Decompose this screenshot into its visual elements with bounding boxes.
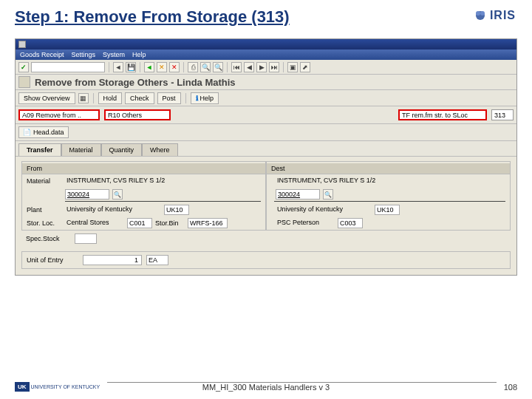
window-control-icon[interactable] bbox=[18, 41, 26, 48]
findnext-icon[interactable]: 🔍 bbox=[213, 62, 223, 72]
dest-plant-desc: University of Kentucky bbox=[276, 205, 372, 215]
iris-logo-text: IRIS bbox=[490, 9, 516, 22]
dest-column: Dest INSTRUMENT, CVS RILEY S 1/2 300024 … bbox=[266, 161, 511, 231]
movement-type-desc[interactable]: TF rem.fm str. to SLoc bbox=[398, 109, 487, 120]
back-icon[interactable]: ◄ bbox=[113, 62, 123, 72]
panel-body: From Material INSTRUMENT, CVS RILEY S 1/… bbox=[16, 157, 516, 275]
unit-label: Unit of Entry bbox=[27, 256, 78, 264]
spec-stock-input[interactable] bbox=[75, 233, 97, 244]
menu-system[interactable]: System bbox=[103, 51, 125, 58]
menu-help[interactable]: Help bbox=[132, 51, 146, 58]
search-icon[interactable]: 🔍 bbox=[112, 189, 123, 200]
transaction-subtitle: Remove from Storage Others - Linda Mathi… bbox=[35, 77, 236, 88]
doc-icon: 📄 bbox=[23, 129, 31, 136]
from-plant-code[interactable]: UK10 bbox=[164, 205, 189, 215]
last-icon[interactable]: ⏭ bbox=[269, 62, 279, 72]
menu-goods-receipt[interactable]: Goods Receipt bbox=[20, 51, 64, 58]
main-toolbar: ✓ ◄ 💾 ◄ ✕ ✕ ⎙ 🔍 🔍 ⏮ ◀ ▶ ⏭ ▣ ⬈ bbox=[16, 60, 516, 75]
transaction-icon bbox=[18, 76, 30, 88]
tab-quantity[interactable]: Quantity bbox=[101, 143, 143, 156]
dest-header: Dest bbox=[267, 163, 510, 174]
tabs-row: Transfer Material Quantity Where bbox=[16, 141, 516, 157]
slide-title: Step 1: Remove From Storage (313) bbox=[0, 0, 532, 33]
post-button[interactable]: Post bbox=[157, 92, 181, 104]
material-label: Material bbox=[27, 177, 62, 185]
unit-qty[interactable]: 1 bbox=[83, 255, 142, 265]
from-header: From bbox=[22, 163, 265, 174]
page-number: 108 bbox=[504, 383, 517, 392]
menubar: Goods Receipt Settings System Help bbox=[16, 50, 516, 60]
next-icon[interactable]: ▶ bbox=[256, 62, 267, 72]
show-overview-button[interactable]: Show Overview bbox=[18, 92, 75, 104]
back2-icon[interactable]: ◄ bbox=[144, 62, 154, 72]
titlebar bbox=[16, 39, 516, 50]
footer-doc-title: MM_HI_300 Materials Handlers v 3 bbox=[198, 383, 334, 392]
uk-logo: UK bbox=[15, 382, 30, 392]
iris-flower-icon bbox=[474, 9, 487, 22]
plant-label: Plant bbox=[27, 206, 62, 214]
movement-type-code[interactable]: 313 bbox=[491, 109, 514, 120]
check-button[interactable]: Check bbox=[125, 92, 154, 104]
head-data-button[interactable]: 📄Head.data bbox=[18, 126, 69, 138]
footer: UK UNIVERSITY OF KENTUCKY MM_HI_300 Mate… bbox=[0, 382, 532, 392]
dest-material-desc: INSTRUMENT, CVS RILEY S 1/2 bbox=[276, 176, 401, 186]
menu-settings[interactable]: Settings bbox=[72, 51, 96, 58]
dest-sloc-code[interactable]: C003 bbox=[338, 218, 363, 228]
toggle-icon[interactable]: ▦ bbox=[78, 93, 89, 103]
action-a09-dropdown[interactable]: A09 Remove from .. bbox=[18, 109, 100, 120]
tab-material[interactable]: Material bbox=[61, 143, 101, 156]
app-toolbar: Show Overview ▦ Hold Check Post ℹHelp bbox=[16, 90, 516, 106]
from-bin-code[interactable]: WRFS-166 bbox=[188, 218, 228, 228]
save-icon[interactable]: 💾 bbox=[126, 62, 136, 72]
prev-icon[interactable]: ◀ bbox=[244, 62, 254, 72]
tab-where[interactable]: Where bbox=[142, 143, 178, 156]
bin-label: Stor.Bin bbox=[155, 219, 185, 227]
svg-point-2 bbox=[480, 11, 485, 16]
search-icon[interactable]: 🔍 bbox=[323, 189, 333, 200]
shortcut-icon[interactable]: ⬈ bbox=[300, 62, 310, 72]
enter-icon[interactable]: ✓ bbox=[18, 62, 29, 72]
svg-point-1 bbox=[476, 11, 480, 16]
head-data-row: 📄Head.data bbox=[16, 124, 516, 141]
cancel-icon[interactable]: ✕ bbox=[169, 62, 180, 72]
spec-stock-label: Spec.Stock bbox=[26, 235, 70, 242]
from-material-desc: INSTRUMENT, CVS RILEY S 1/2 bbox=[65, 176, 191, 186]
from-column: From Material INSTRUMENT, CVS RILEY S 1/… bbox=[21, 161, 266, 231]
first-icon[interactable]: ⏮ bbox=[231, 62, 242, 72]
command-field[interactable] bbox=[31, 62, 105, 72]
from-sloc-code[interactable]: C001 bbox=[127, 218, 152, 228]
hold-button[interactable]: Hold bbox=[98, 92, 123, 104]
iris-logo: IRIS bbox=[474, 9, 516, 22]
from-sloc-desc: Central Stores bbox=[65, 218, 124, 228]
dest-plant-code[interactable]: UK10 bbox=[375, 205, 400, 215]
subtitle-row: Remove from Storage Others - Linda Mathi… bbox=[16, 75, 516, 90]
from-material-code[interactable]: 300024 bbox=[65, 189, 109, 200]
dest-sloc-desc: PSC Peterson bbox=[276, 218, 335, 228]
action-row: A09 Remove from .. R10 Others TF rem.fm … bbox=[16, 106, 516, 124]
spec-stock-row: Spec.Stock bbox=[21, 231, 511, 247]
from-plant-desc: University of Kentucky bbox=[65, 205, 161, 215]
find-icon[interactable]: 🔍 bbox=[200, 62, 211, 72]
help-button[interactable]: ℹHelp bbox=[191, 92, 219, 104]
create-session-icon[interactable]: ▣ bbox=[287, 62, 298, 72]
sloc-label: Stor. Loc. bbox=[27, 219, 62, 227]
action-r10-dropdown[interactable]: R10 Others bbox=[104, 109, 171, 120]
uk-logo-text: UNIVERSITY OF KENTUCKY bbox=[31, 384, 100, 389]
tab-transfer[interactable]: Transfer bbox=[18, 143, 61, 156]
dest-material-code[interactable]: 300024 bbox=[276, 189, 320, 200]
print-icon[interactable]: ⎙ bbox=[188, 62, 198, 72]
exit-icon[interactable]: ✕ bbox=[157, 62, 167, 72]
unit-uom[interactable]: EA bbox=[146, 255, 168, 265]
sap-window: Goods Receipt Settings System Help ✓ ◄ 💾… bbox=[15, 38, 517, 276]
